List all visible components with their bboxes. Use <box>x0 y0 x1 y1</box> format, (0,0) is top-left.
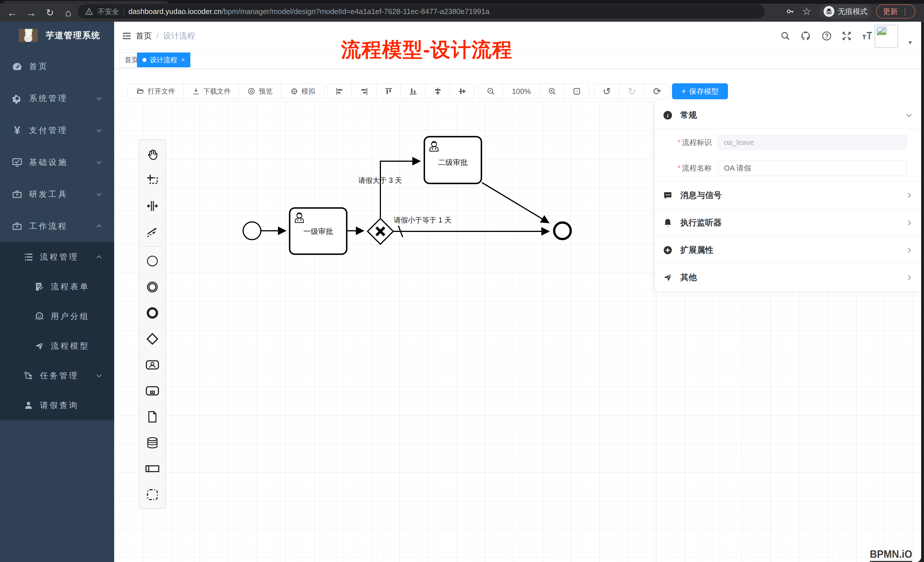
github-icon[interactable] <box>800 22 812 50</box>
align-right-icon[interactable] <box>352 84 376 99</box>
bookmark-star-icon[interactable]: ☆ <box>799 4 814 18</box>
section-extended-attributes[interactable]: 扩展属性 <box>655 237 921 264</box>
process-name-input[interactable] <box>718 160 907 175</box>
browser-menu-icon[interactable]: ⋮ <box>901 7 909 16</box>
section-execution-listener[interactable]: 执行监听器 <box>655 209 921 237</box>
font-size-icon[interactable] <box>861 22 873 50</box>
align-center-vertical-icon[interactable] <box>450 84 474 99</box>
back-icon[interactable]: ← <box>4 4 21 22</box>
preview-button[interactable]: 预览 <box>239 84 281 99</box>
fullscreen-icon[interactable] <box>841 22 852 50</box>
sidebar-item-payment[interactable]: ¥ 支付管理 <box>0 114 114 146</box>
breadcrumb-separator: / <box>156 31 159 40</box>
people-icon <box>34 311 45 322</box>
forward-icon[interactable]: → <box>23 4 39 22</box>
align-left-icon[interactable] <box>327 84 352 99</box>
restart-icon[interactable]: ⟳ <box>645 84 670 99</box>
plus-icon: + <box>681 87 686 96</box>
sidebar-logo-row[interactable]: 芋道管理系统 <box>0 22 114 49</box>
tree-list-icon <box>23 252 34 262</box>
reload-icon[interactable]: ↻ <box>42 4 58 22</box>
sidebar-item-user-group[interactable]: 用户分组 <box>0 301 114 331</box>
sidebar-item-workflow[interactable]: 工作流程 <box>0 210 114 242</box>
create-end-event[interactable] <box>139 300 165 326</box>
chevron-up-icon <box>95 223 103 230</box>
simulate-button[interactable]: 模拟 <box>281 84 324 99</box>
section-message-signal[interactable]: 消息与信号 <box>655 182 921 209</box>
section-general[interactable]: i 常规 <box>655 102 921 129</box>
tag-design-process[interactable]: 设计流程 × <box>137 52 190 67</box>
section-other[interactable]: 其他 <box>655 264 921 291</box>
create-intermediate-event[interactable] <box>139 274 165 300</box>
create-group[interactable] <box>139 481 165 508</box>
help-icon[interactable] <box>821 22 832 50</box>
create-data-store[interactable] <box>139 430 165 456</box>
zoom-level-value: 100% <box>512 87 531 96</box>
sidebar-item-process-model[interactable]: 流程模型 <box>0 331 114 361</box>
zoom-level[interactable]: 100% <box>503 84 540 99</box>
create-participant[interactable] <box>139 456 165 481</box>
sidebar-item-devtools[interactable]: 研发工具 <box>0 178 114 210</box>
sidebar-item-infra[interactable]: 基础设施 <box>0 146 114 178</box>
sidebar-item-process-form[interactable]: 流程表单 <box>0 272 114 301</box>
flow-task2-to-end[interactable] <box>482 183 549 223</box>
create-start-event[interactable] <box>139 248 165 274</box>
url-bar[interactable]: 不安全 dashboard.yudao.iocoder.cn/bpm/manag… <box>78 4 765 18</box>
monitor-icon <box>11 157 23 168</box>
end-event[interactable] <box>554 223 571 239</box>
space-tool[interactable] <box>139 193 165 219</box>
home-icon[interactable]: ⌂ <box>60 4 76 22</box>
breadcrumb-current: 设计流程 <box>163 30 195 41</box>
avatar[interactable] <box>874 25 898 48</box>
save-model-button[interactable]: + 保存模型 <box>672 83 728 99</box>
create-subprocess[interactable] <box>139 378 165 404</box>
process-key-input[interactable] <box>718 135 907 150</box>
general-form: *流程标识 *流程名称 <box>655 129 921 182</box>
align-center-horizontal-icon[interactable] <box>426 84 450 99</box>
sidebar-item-process-mgmt[interactable]: 流程管理 <box>0 242 114 272</box>
redo-icon[interactable]: ↻ <box>620 84 645 99</box>
app-title: 芋道管理系统 <box>46 30 100 41</box>
section-title: 扩展属性 <box>680 244 713 256</box>
sidebar-item-task-mgmt[interactable]: 任务管理 <box>0 361 114 391</box>
incognito-badge: 无痕模式 <box>819 4 872 18</box>
create-gateway[interactable] <box>139 326 165 352</box>
chevron-right-icon <box>905 246 913 254</box>
browser-tab[interactable] <box>3 1 168 4</box>
sidebar-item-system[interactable]: 系统管理 <box>0 82 114 114</box>
yen-icon: ¥ <box>11 124 23 136</box>
file-button-group: 打开文件 下载文件 预览 模拟 <box>128 84 324 99</box>
key-icon[interactable] <box>783 4 798 18</box>
update-button[interactable]: 更新 ⋮ <box>876 4 915 18</box>
flow-gateway-to-task2[interactable] <box>380 161 420 218</box>
undo-icon[interactable]: ↺ <box>594 84 620 99</box>
zoom-reset-icon[interactable] <box>564 84 589 99</box>
avatar-caret-icon[interactable]: ▾ <box>909 39 912 46</box>
lasso-tool[interactable] <box>139 167 165 193</box>
breadcrumb-home[interactable]: 首页 <box>136 30 152 41</box>
hand-tool[interactable] <box>139 141 165 167</box>
create-user-task[interactable] <box>139 352 165 378</box>
align-bottom-icon[interactable] <box>401 84 426 99</box>
download-file-button[interactable]: 下载文件 <box>184 84 239 99</box>
button-label: 打开文件 <box>148 87 175 96</box>
open-file-button[interactable]: 打开文件 <box>128 84 184 99</box>
sidebar-item-leave-query[interactable]: 请假查询 <box>0 391 114 420</box>
create-data-object[interactable] <box>139 404 165 430</box>
send-icon <box>34 341 45 351</box>
sidebar-item-label: 研发工具 <box>29 189 68 200</box>
zoom-out-icon[interactable] <box>478 84 503 99</box>
button-label: 下载文件 <box>204 87 231 96</box>
global-connect-tool[interactable] <box>139 219 165 245</box>
search-icon[interactable] <box>780 22 790 50</box>
sidebar-item-home[interactable]: 首页 <box>0 51 114 82</box>
chevron-down-icon <box>95 372 103 379</box>
app-logo <box>19 29 38 42</box>
chevron-down-icon <box>95 95 103 102</box>
zoom-in-icon[interactable] <box>540 84 564 99</box>
align-top-icon[interactable] <box>376 84 401 99</box>
start-event[interactable] <box>243 222 261 240</box>
browser-chrome: ← → ↻ ⌂ 不安全 dashboard.yudao.iocoder.cn/b… <box>0 0 924 22</box>
close-icon[interactable]: × <box>181 56 185 64</box>
sidebar-fold-icon[interactable] <box>122 31 132 42</box>
